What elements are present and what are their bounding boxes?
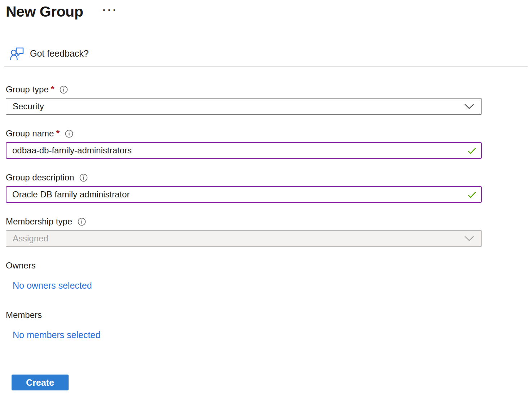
group-description-input-wrap (6, 186, 482, 203)
got-feedback-button[interactable]: Got feedback? (10, 47, 89, 60)
membership-type-label-row: Membership type (6, 217, 532, 227)
membership-type-select: Assigned (6, 230, 482, 247)
info-icon[interactable] (65, 130, 73, 138)
more-options-icon[interactable]: ··· (103, 5, 118, 15)
valid-checkmark-icon (468, 192, 476, 200)
group-description-label-row: Group description (6, 172, 532, 183)
create-button[interactable]: Create (12, 375, 69, 390)
got-feedback-label: Got feedback? (30, 48, 89, 59)
group-type-label: Group type (6, 84, 49, 95)
no-members-selected-link[interactable]: No members selected (13, 330, 100, 340)
group-name-field: Group name * (6, 128, 532, 159)
owners-label: Owners (6, 261, 532, 271)
group-description-field: Group description (6, 172, 532, 203)
group-type-value: Security (13, 101, 44, 111)
page-title: New Group (6, 3, 83, 20)
info-icon[interactable] (78, 218, 86, 226)
members-link-row: No members selected (13, 330, 532, 340)
membership-type-label: Membership type (6, 217, 72, 227)
group-type-label-row: Group type * (6, 84, 532, 95)
info-icon[interactable] (79, 174, 88, 182)
section-divider (4, 66, 528, 67)
no-owners-selected-link[interactable]: No owners selected (13, 280, 92, 290)
group-description-label: Group description (6, 172, 74, 183)
required-marker: * (56, 128, 60, 139)
group-type-select[interactable]: Security (6, 98, 482, 115)
owners-link-row: No owners selected (13, 280, 532, 291)
membership-type-value: Assigned (13, 233, 48, 244)
group-name-input[interactable] (6, 142, 482, 159)
members-label: Members (6, 310, 532, 320)
membership-type-field: Membership type Assigned (6, 217, 532, 247)
group-type-field: Group type * Security (6, 84, 532, 115)
group-name-label-row: Group name * (6, 128, 532, 139)
page-header: New Group ··· (0, 0, 532, 20)
chevron-down-icon (464, 101, 474, 111)
valid-checkmark-icon (468, 148, 476, 156)
group-description-input[interactable] (6, 186, 482, 203)
info-icon[interactable] (60, 86, 68, 94)
required-marker: * (51, 84, 54, 95)
chevron-down-icon (464, 233, 474, 244)
new-group-form: Group type * Security Group name * (0, 84, 532, 390)
feedback-icon (10, 47, 25, 60)
group-name-input-wrap (6, 142, 482, 159)
group-name-label: Group name (6, 128, 54, 139)
